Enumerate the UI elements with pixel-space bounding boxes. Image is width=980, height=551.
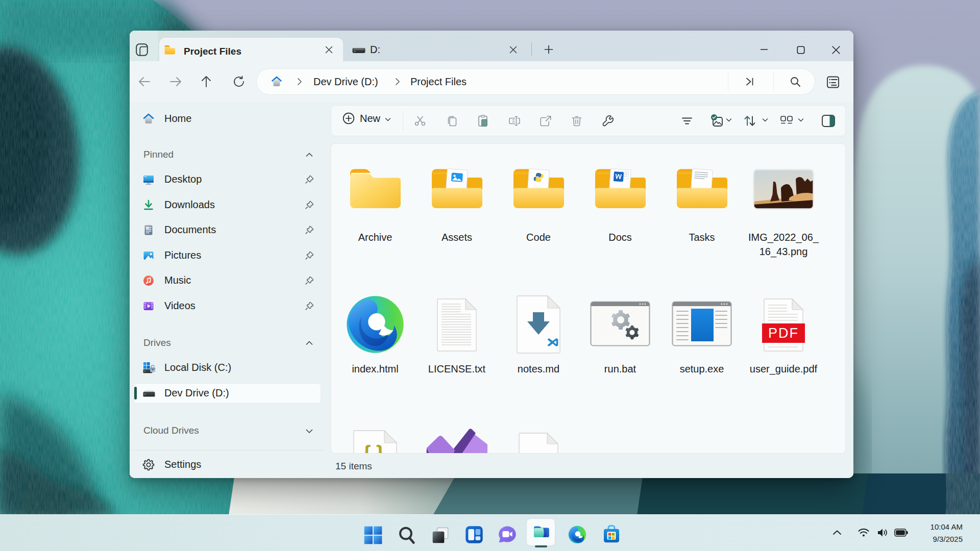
svg-text:{: { bbox=[363, 442, 371, 454]
svg-text:}: } bbox=[376, 442, 384, 454]
svg-text:PDF: PDF bbox=[768, 325, 799, 341]
